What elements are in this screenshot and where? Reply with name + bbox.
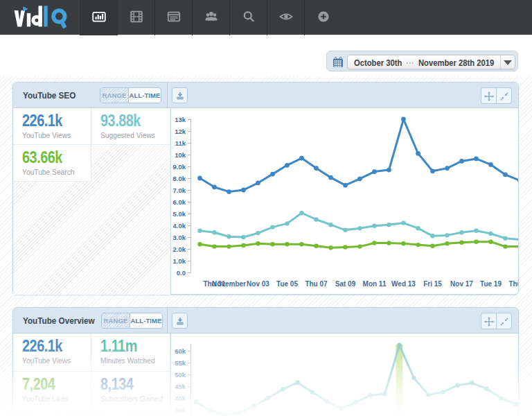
- svg-text:Fri 15: Fri 15: [423, 280, 442, 288]
- svg-text:3.0k: 3.0k: [173, 234, 186, 241]
- svg-text:5.0k: 5.0k: [173, 210, 186, 218]
- svg-text:6.0k: 6.0k: [173, 198, 186, 206]
- svg-text:12k: 12k: [175, 128, 186, 135]
- svg-text:Thu 07: Thu 07: [305, 280, 328, 288]
- svg-text:Tue 19: Tue 19: [480, 280, 502, 288]
- svg-text:7.0k: 7.0k: [173, 187, 186, 194]
- svg-text:11k: 11k: [175, 139, 186, 147]
- svg-text:1.0k: 1.0k: [173, 257, 186, 265]
- svg-text:Tue 05: Tue 05: [276, 280, 298, 288]
- svg-text:2.0k: 2.0k: [173, 245, 186, 253]
- svg-text:Mon 11: Mon 11: [363, 280, 387, 288]
- svg-text:Thu 21: Thu 21: [508, 280, 518, 288]
- svg-text:November: November: [212, 280, 246, 288]
- svg-text:0.0: 0.0: [177, 269, 186, 277]
- svg-text:Sat 09: Sat 09: [335, 280, 356, 288]
- svg-text:13k: 13k: [175, 116, 186, 123]
- svg-text:10k: 10k: [175, 151, 186, 159]
- svg-text:4.0k: 4.0k: [173, 222, 186, 229]
- svg-text:8.0k: 8.0k: [173, 175, 186, 182]
- svg-text:Nov 03: Nov 03: [247, 280, 269, 288]
- svg-text:Wed 13: Wed 13: [391, 280, 416, 288]
- svg-text:Nov 17: Nov 17: [450, 280, 473, 288]
- svg-text:9.0k: 9.0k: [173, 163, 186, 171]
